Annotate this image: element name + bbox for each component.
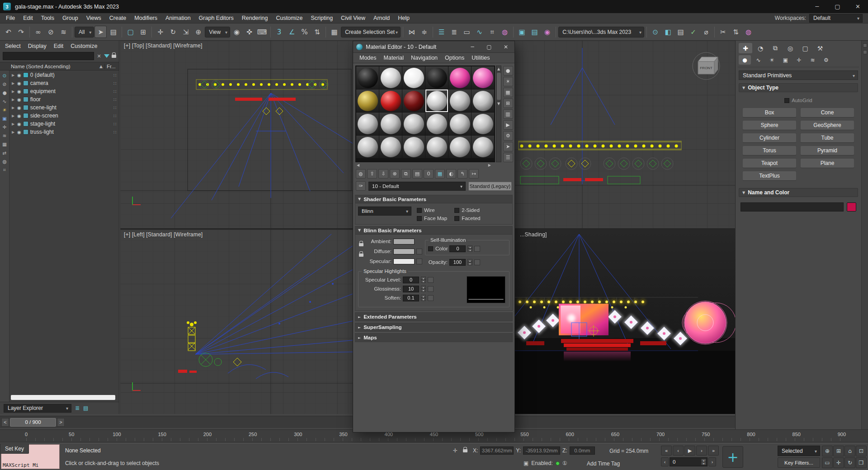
expand-icon[interactable]: ▶ [11, 81, 15, 85]
add-key-button[interactable]: + [722, 446, 743, 468]
spacewarps-filter-icon[interactable]: ≋ [1, 132, 8, 139]
minimize-button[interactable]: ─ [466, 42, 479, 52]
mirror-icon[interactable]: ⋈ [406, 26, 418, 38]
material-editor-menu-item[interactable]: Modes [356, 54, 380, 62]
spinner-down-icon[interactable]: ▾ [421, 298, 426, 301]
cameras-category-icon[interactable]: ▣ [779, 55, 792, 65]
expand-icon[interactable]: ▶ [11, 106, 15, 110]
curve-editor-icon[interactable]: ∿ [473, 26, 486, 38]
face-map-checkbox[interactable]: Face Map [417, 216, 447, 221]
time-slider-handle[interactable]: 0 / 900 [10, 418, 56, 427]
menubar-item[interactable]: Arnold [369, 14, 394, 23]
material-editor-menu-item[interactable]: Navigation [407, 54, 441, 62]
scene-explorer-row[interactable]: ▶ ◉ truss-light ∷ [9, 128, 119, 136]
xrefs-filter-icon[interactable]: ⇄ [1, 149, 8, 156]
material-editor-icon[interactable]: ◍ [499, 26, 511, 38]
rollout-name-and-color[interactable]: ▼ Name and Color [739, 188, 858, 197]
render-toggle-icon[interactable]: ∷ [113, 122, 118, 127]
expand-icon[interactable]: ▶ [11, 130, 15, 134]
key-selection-dropdown[interactable]: Selected [778, 446, 820, 456]
frame-spinner[interactable]: ▴▾ [701, 459, 706, 465]
autogrid-checkbox[interactable]: AutoGrid [784, 98, 812, 103]
layer-new-icon[interactable]: ▤ [83, 405, 88, 411]
project-folder-dropdown[interactable]: C:\Users\ho\...3ds Max 2023 [558, 27, 644, 38]
frozen-column-header[interactable]: Fr... [104, 64, 117, 69]
use-center-icon[interactable]: ◉ [231, 26, 243, 38]
create-tab-icon[interactable]: ✚ [739, 43, 752, 53]
scroll-up-icon[interactable]: ▲ [497, 66, 500, 72]
render-toggle-icon[interactable]: ∷ [113, 130, 118, 135]
specular-map-button[interactable] [416, 258, 422, 264]
groups-filter-icon[interactable]: ▦ [1, 141, 8, 147]
frame-number-field[interactable]: 0 ▴▾ [670, 457, 708, 466]
scene-explorer-menu-item[interactable]: Display [25, 42, 50, 50]
menubar-item[interactable]: Scripting [307, 14, 337, 23]
options-icon[interactable]: ⚙ [503, 131, 513, 141]
material-editor-titlebar[interactable]: Material Editor - 10 - Default ─ ▢ ✕ [353, 41, 514, 53]
scene-explorer-row[interactable]: ▶ ◉ 0 (default) ∷ [9, 71, 119, 79]
visibility-eye-icon[interactable]: ◉ [17, 130, 21, 135]
menubar-item[interactable]: Create [105, 14, 131, 23]
checkbox-box[interactable] [454, 216, 459, 221]
scene-explorer-toggle-icon[interactable]: ☰ [435, 26, 448, 38]
scene-explorer-row[interactable]: ▶ ◉ scene-light ∷ [9, 103, 119, 112]
ambient-diffuse-lock-icon[interactable] [359, 243, 363, 246]
z-coordinate-field[interactable]: 0.0mm [570, 446, 595, 455]
previous-frame-button[interactable]: < [1, 418, 9, 427]
spinner-down-icon[interactable]: ▾ [467, 262, 472, 265]
xview-check-icon[interactable]: ✓ [687, 26, 699, 38]
cone-button[interactable]: Cone [800, 108, 854, 118]
rect-selection-icon[interactable]: ▢ [124, 26, 137, 38]
window-crossing-icon[interactable]: ⊞ [137, 26, 149, 38]
diffuse-map-button[interactable] [416, 249, 422, 254]
named-selection-sets-icon[interactable]: ▦ [328, 26, 340, 38]
percent-snap-icon[interactable]: % [298, 26, 311, 38]
rollout-object-type[interactable]: ▼ Object Type [739, 83, 858, 92]
material-type-button[interactable]: Standard (Legacy) [468, 182, 512, 191]
material-slot[interactable] [472, 113, 494, 135]
manage-layers-icon[interactable]: ▤ [675, 26, 687, 38]
spinner-up-icon[interactable]: ▴ [421, 277, 426, 280]
prev-frame-button[interactable]: ‹ [673, 446, 684, 456]
background-icon[interactable]: ▦ [503, 88, 513, 97]
selection-lock-icon[interactable] [463, 449, 467, 452]
zoom-extents-all-button[interactable]: ⊡ [856, 446, 867, 456]
shapes-category-icon[interactable]: ∿ [752, 55, 764, 65]
schematic-view-icon[interactable]: ⌗ [486, 26, 498, 38]
opacity-spinner[interactable]: ▴▾ [467, 259, 472, 265]
bones-filter-icon[interactable]: ⌗ [1, 166, 8, 173]
scene-explorer-header[interactable]: Name (Sorted Ascending) ▲ Fr... [0, 62, 119, 70]
layer-list-icon[interactable]: ≣ [75, 405, 80, 411]
search-input[interactable] [3, 52, 94, 60]
checkbox-box[interactable] [428, 246, 433, 251]
material-slot[interactable] [448, 136, 471, 158]
scene-explorer-menu-item[interactable]: Edit [51, 42, 67, 50]
rollout-supersampling[interactable]: ► SuperSampling [355, 323, 512, 331]
material-slot[interactable] [472, 66, 494, 89]
clear-search-icon[interactable]: ✕ [96, 53, 102, 59]
align-icon[interactable]: ≑ [418, 26, 430, 38]
show-map-viewport-icon[interactable]: ▦ [435, 169, 445, 179]
go-end-button[interactable]: » [708, 446, 719, 456]
material-slot[interactable] [448, 66, 471, 89]
spinner-up-icon[interactable]: ▴ [421, 295, 426, 298]
specular-lock-icon[interactable] [359, 254, 363, 257]
menubar-item[interactable]: Graph Editors [195, 14, 238, 23]
menubar-item[interactable]: Civil View [337, 14, 369, 23]
plane-button[interactable]: Plane [800, 158, 854, 168]
zoom-region-button[interactable]: ▭ [822, 457, 833, 468]
viewport-top-label[interactable]: [+] [Top] [Standard] [Wireframe] [124, 42, 202, 49]
shapes-filter-icon[interactable]: ∿ [1, 98, 8, 104]
shading-type-dropdown[interactable]: Blinn [358, 207, 411, 216]
scene-explorer-row[interactable]: ▶ ◉ equipment ∷ [9, 87, 119, 95]
render-production-icon[interactable]: ◉ [541, 26, 553, 38]
rollout-blinn-basic-parameters[interactable]: ▼ Blinn Basic Parameters [355, 226, 512, 235]
zoom-extents-button[interactable]: ⌂ [844, 446, 855, 456]
backlight-icon[interactable]: ☀ [503, 77, 513, 86]
display-none-filter-icon[interactable]: ⊘ [1, 80, 8, 87]
lights-category-icon[interactable]: ☀ [766, 55, 778, 65]
y-coordinate-field[interactable]: -35913.92mm [523, 446, 560, 455]
make-unique-icon[interactable]: ⧉ [401, 169, 411, 179]
panel-scroll-rail[interactable] [861, 41, 868, 429]
material-editor-menu-item[interactable]: Material [380, 54, 407, 62]
